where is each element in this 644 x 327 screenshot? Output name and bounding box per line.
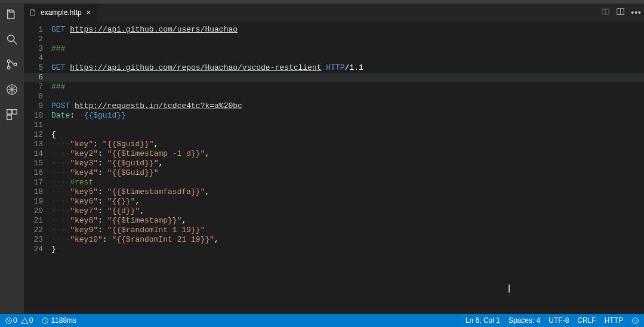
- code-line[interactable]: 14····"key2": "{{$timestamp -1 d}}",: [24, 149, 644, 159]
- code-content[interactable]: {: [51, 130, 644, 140]
- code-editor[interactable]: 1GET https://api.github.com/users/Huacha…: [24, 21, 644, 314]
- code-content[interactable]: [51, 92, 644, 101]
- code-line[interactable]: 6: [24, 73, 644, 82]
- code-content[interactable]: ###: [51, 82, 644, 92]
- code-line[interactable]: 22····"key9": "{{$randomInt 1 19}}": [24, 226, 644, 235]
- code-line[interactable]: 18····"key5": "{{$timestamfasdfa}}",: [24, 187, 644, 197]
- line-number[interactable]: 9: [24, 101, 51, 111]
- line-number[interactable]: 17: [24, 178, 51, 187]
- code-line[interactable]: 5GET https://api.github.com/repos/Huacha…: [24, 63, 644, 73]
- code-content[interactable]: POST http://requestb.in/tcdce4tc?k=a%20b…: [51, 101, 644, 111]
- code-line[interactable]: 7###: [24, 82, 644, 92]
- code-content[interactable]: Date: ·{{$guid}}: [51, 111, 644, 121]
- svg-point-4: [14, 63, 17, 66]
- line-number[interactable]: 23: [24, 235, 51, 245]
- code-line[interactable]: 10Date: ·{{$guid}}: [24, 111, 644, 121]
- line-number[interactable]: 19: [24, 197, 51, 206]
- code-content[interactable]: [51, 73, 644, 82]
- line-number[interactable]: 18: [24, 187, 51, 197]
- code-content[interactable]: [51, 121, 644, 130]
- code-line[interactable]: 23····"key10": "{{$randomInt 21 19}}",: [24, 235, 644, 245]
- split-editor-icon[interactable]: [616, 7, 625, 18]
- line-number[interactable]: 2: [24, 35, 51, 44]
- compare-icon[interactable]: [601, 7, 610, 18]
- line-number[interactable]: 16: [24, 168, 51, 178]
- status-language[interactable]: HTTP: [605, 316, 623, 325]
- line-number[interactable]: 7: [24, 82, 51, 92]
- code-content[interactable]: ····"key2": "{{$timestamp -1 d}}",: [51, 149, 644, 159]
- code-content[interactable]: [51, 35, 644, 44]
- code-line[interactable]: 13····"key": "{{$guid}}",: [24, 140, 644, 149]
- line-number[interactable]: 15: [24, 159, 51, 168]
- code-content[interactable]: ····#rest: [51, 178, 644, 187]
- code-line[interactable]: 21····"key8": "{{$timestamp}}",: [24, 216, 644, 226]
- line-number[interactable]: 10: [24, 111, 51, 121]
- feedback-icon[interactable]: [631, 317, 639, 325]
- code-content[interactable]: GET https://api.github.com/repos/Huachao…: [51, 63, 644, 73]
- svg-line-1: [14, 41, 17, 45]
- code-content[interactable]: ····"key5": "{{$timestamfasdfa}}",: [51, 187, 644, 197]
- code-line[interactable]: 16····"key4": "{{$Guid}}": [24, 168, 644, 178]
- code-content[interactable]: ###: [51, 44, 644, 54]
- code-line[interactable]: 2: [24, 35, 644, 44]
- line-number[interactable]: 14: [24, 149, 51, 159]
- code-content[interactable]: ····"key3": "{{$guid}}",: [51, 159, 644, 168]
- search-icon[interactable]: [5, 32, 19, 47]
- code-line[interactable]: 20····"key7": "{{d}}",: [24, 206, 644, 216]
- svg-point-22: [634, 320, 635, 320]
- code-line[interactable]: 17····#rest: [24, 178, 644, 187]
- status-errors[interactable]: 0: [5, 316, 17, 325]
- line-number[interactable]: 13: [24, 140, 51, 149]
- line-number[interactable]: 12: [24, 130, 51, 140]
- status-indentation[interactable]: Spaces: 4: [509, 316, 540, 325]
- code-content[interactable]: }: [51, 245, 644, 254]
- svg-point-3: [7, 66, 10, 69]
- explorer-icon[interactable]: [5, 7, 19, 21]
- code-line[interactable]: 3###: [24, 44, 644, 54]
- line-number[interactable]: 21: [24, 216, 51, 226]
- line-number[interactable]: 4: [24, 54, 51, 63]
- code-line[interactable]: 15····"key3": "{{$guid}}",: [24, 159, 644, 168]
- code-content[interactable]: ····"key7": "{{d}}",: [51, 206, 644, 216]
- extensions-icon[interactable]: [5, 107, 19, 122]
- tab-close-icon[interactable]: ×: [85, 8, 92, 17]
- line-number[interactable]: 11: [24, 121, 51, 130]
- code-content[interactable]: ····"key9": "{{$randomInt 1 19}}": [51, 226, 644, 235]
- code-content[interactable]: [51, 54, 644, 63]
- line-number[interactable]: 5: [24, 63, 51, 73]
- line-number[interactable]: 3: [24, 44, 51, 54]
- code-content[interactable]: ····"key10": "{{$randomInt 21 19}}",: [51, 235, 644, 245]
- code-content[interactable]: ····"key4": "{{$Guid}}": [51, 168, 644, 178]
- line-number[interactable]: 24: [24, 245, 51, 254]
- source-control-icon[interactable]: [5, 57, 19, 72]
- code-content[interactable]: ····"key6": "{{}}",: [51, 197, 644, 206]
- line-number[interactable]: 22: [24, 226, 51, 235]
- more-actions-icon[interactable]: •••: [631, 8, 642, 17]
- code-line[interactable]: 11: [24, 121, 644, 130]
- status-bar: 0 0 1188ms Ln 6, Col 1 Spaces: 4 UTF-8 C…: [0, 314, 644, 327]
- file-icon: [29, 8, 37, 17]
- code-content[interactable]: ····"key8": "{{$timestamp}}",: [51, 216, 644, 226]
- code-line[interactable]: 19····"key6": "{{}}",: [24, 197, 644, 206]
- status-eol[interactable]: CRLF: [577, 316, 596, 325]
- status-duration[interactable]: 1188ms: [41, 316, 76, 325]
- code-line[interactable]: 9POST http://requestb.in/tcdce4tc?k=a%20…: [24, 101, 644, 111]
- line-number[interactable]: 8: [24, 92, 51, 101]
- code-line[interactable]: 8: [24, 92, 644, 101]
- code-line[interactable]: 4: [24, 54, 644, 63]
- line-number[interactable]: 6: [24, 73, 51, 82]
- svg-rect-14: [606, 9, 609, 14]
- svg-point-0: [8, 35, 14, 42]
- status-cursor-position[interactable]: Ln 6, Col 1: [466, 316, 500, 325]
- status-warnings[interactable]: 0: [21, 316, 33, 325]
- status-encoding[interactable]: UTF-8: [549, 316, 569, 325]
- line-number[interactable]: 1: [24, 25, 51, 35]
- debug-icon[interactable]: [5, 82, 19, 97]
- line-number[interactable]: 20: [24, 206, 51, 216]
- code-line[interactable]: 1GET https://api.github.com/users/Huacha…: [24, 25, 644, 35]
- code-line[interactable]: 12{: [24, 130, 644, 140]
- code-content[interactable]: ····"key": "{{$guid}}",: [51, 140, 644, 149]
- code-content[interactable]: GET https://api.github.com/users/Huachao: [51, 25, 644, 35]
- code-line[interactable]: 24}: [24, 245, 644, 254]
- tab-example-http[interactable]: example.http ×: [24, 4, 97, 21]
